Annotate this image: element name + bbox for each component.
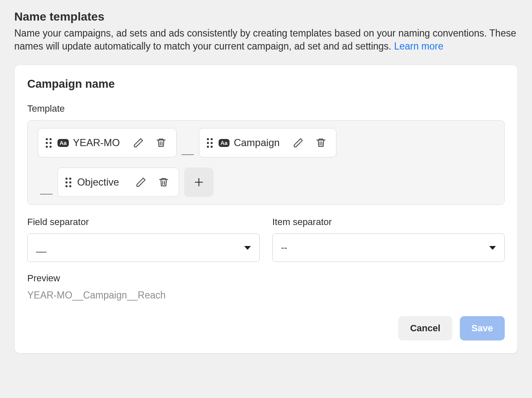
field-separator-value: __ bbox=[36, 242, 46, 253]
chip-text: Objective bbox=[77, 176, 128, 188]
template-label: Template bbox=[27, 103, 505, 114]
text-badge-icon: Aa bbox=[219, 139, 230, 147]
save-button[interactable]: Save bbox=[460, 316, 505, 340]
section-description: Name your campaigns, ad sets and ads con… bbox=[14, 27, 518, 53]
section-title: Name templates bbox=[14, 10, 518, 24]
learn-more-link[interactable]: Learn more bbox=[394, 41, 443, 52]
chip-text: Campaign bbox=[234, 137, 284, 149]
card-title: Campaign name bbox=[27, 78, 505, 91]
add-chip-button[interactable] bbox=[184, 168, 214, 197]
template-chip: Aa YEAR-MO bbox=[38, 128, 177, 157]
trash-icon bbox=[156, 137, 167, 148]
template-chip: Aa Campaign bbox=[199, 128, 336, 157]
preview-label: Preview bbox=[27, 273, 505, 284]
pencil-icon bbox=[133, 137, 144, 148]
cancel-button[interactable]: Cancel bbox=[398, 316, 452, 340]
plus-icon bbox=[193, 177, 204, 188]
drag-handle-icon[interactable] bbox=[205, 138, 214, 148]
template-builder: Aa YEAR-MO __ Aa Campaign bbox=[27, 120, 505, 205]
pencil-icon bbox=[293, 137, 304, 148]
edit-chip-button[interactable] bbox=[289, 134, 308, 152]
pencil-icon bbox=[136, 177, 146, 188]
chevron-down-icon bbox=[489, 246, 496, 250]
edit-chip-button[interactable] bbox=[132, 173, 150, 191]
trash-icon bbox=[316, 137, 326, 148]
chip-text: YEAR-MO bbox=[73, 137, 125, 149]
edit-chip-button[interactable] bbox=[129, 134, 148, 152]
trash-icon bbox=[158, 177, 169, 188]
delete-chip-button[interactable] bbox=[152, 134, 170, 152]
item-separator-label: Item separator bbox=[272, 217, 505, 228]
chevron-down-icon bbox=[244, 246, 251, 250]
drag-handle-icon[interactable] bbox=[64, 178, 73, 187]
campaign-name-card: Campaign name Template Aa YEAR-MO _ bbox=[14, 65, 518, 353]
delete-chip-button[interactable] bbox=[154, 173, 173, 191]
template-chip: Objective bbox=[57, 168, 179, 197]
delete-chip-button[interactable] bbox=[312, 134, 330, 152]
item-separator-select[interactable]: -- bbox=[272, 233, 505, 262]
drag-handle-icon[interactable] bbox=[44, 138, 53, 148]
chip-separator: __ bbox=[40, 183, 52, 197]
field-separator-select[interactable]: __ bbox=[27, 233, 260, 262]
item-separator-value: -- bbox=[281, 242, 287, 253]
field-separator-label: Field separator bbox=[27, 217, 260, 228]
text-badge-icon: Aa bbox=[57, 139, 69, 147]
preview-value: YEAR-MO__Campaign__Reach bbox=[27, 290, 505, 301]
chip-separator: __ bbox=[182, 144, 194, 157]
